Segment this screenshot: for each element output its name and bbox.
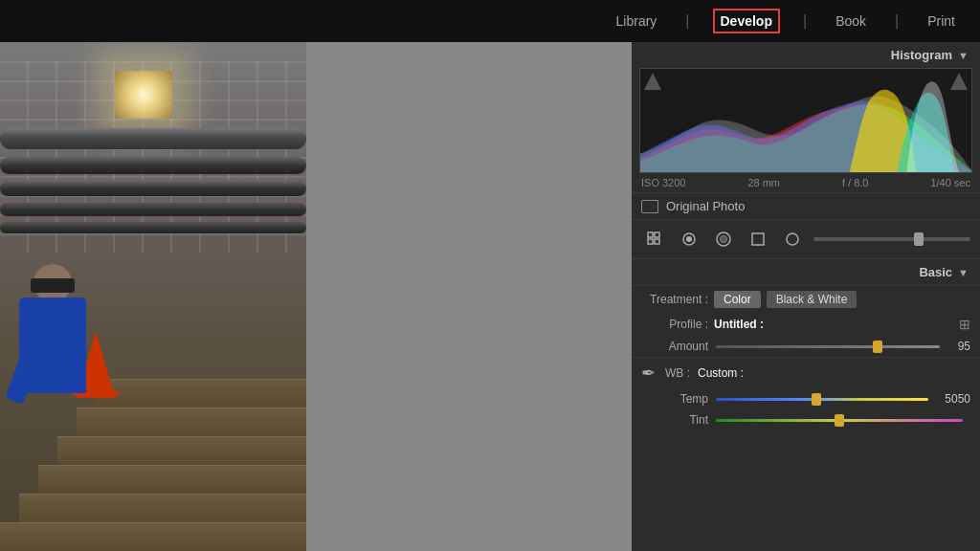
person-arm: [5, 343, 42, 404]
amount-row: Amount 95: [632, 336, 980, 357]
histogram-canvas: [639, 68, 972, 173]
nav-library[interactable]: Library: [611, 10, 663, 33]
temp-slider-thumb: [812, 393, 821, 406]
tint-label: Tint: [641, 413, 708, 427]
eyedropper-icon[interactable]: ✒: [641, 363, 656, 384]
treatment-label: Treatment :: [641, 293, 708, 306]
iso-value: ISO 3200: [641, 177, 685, 188]
profile-row: Profile : Untitled : ⊞: [632, 313, 980, 336]
profile-grid-icon[interactable]: ⊞: [959, 317, 970, 332]
nav-book[interactable]: Book: [830, 10, 872, 33]
tint-slider-thumb: [835, 414, 844, 427]
nav-sep-1: |: [685, 12, 689, 30]
amount-value[interactable]: 95: [947, 340, 970, 353]
nav-sep-3: |: [895, 12, 899, 30]
grid-tool-button[interactable]: [641, 228, 668, 251]
original-photo-icon: [641, 200, 658, 213]
profile-label: Profile :: [641, 318, 708, 331]
temp-row: Temp 5050: [632, 388, 980, 409]
wb-row: ✒ WB : Custom :: [632, 357, 980, 388]
svg-point-8: [721, 236, 727, 243]
toolbar-row: [632, 220, 980, 259]
photo-person: [10, 264, 96, 474]
temp-value[interactable]: 5050: [936, 392, 970, 406]
color-treatment-button[interactable]: Color: [714, 291, 761, 308]
rect-select-button[interactable]: [745, 228, 771, 251]
wb-value[interactable]: Custom :: [698, 366, 744, 380]
crop-tool-button[interactable]: [676, 228, 702, 251]
histogram-chart: [640, 69, 971, 172]
basic-collapse-icon[interactable]: ▼: [958, 267, 969, 278]
toolbar-slider-thumb: [914, 232, 924, 246]
basic-section-header[interactable]: Basic ▼: [632, 259, 980, 286]
histogram-title: Histogram: [891, 48, 952, 62]
person-glasses: [31, 278, 75, 293]
svg-point-10: [787, 233, 798, 245]
tint-slider[interactable]: [716, 419, 963, 422]
histogram-collapse-icon[interactable]: ▼: [958, 50, 969, 61]
nav-sep-2: |: [803, 12, 807, 30]
amount-slider[interactable]: [716, 345, 940, 348]
shutter-value: 1/40 sec: [930, 177, 970, 188]
svg-rect-9: [752, 233, 764, 245]
histogram-metadata: ISO 3200 28 mm f / 8.0 1/40 sec: [632, 173, 980, 192]
basic-title: Basic: [919, 265, 952, 279]
profile-value[interactable]: Untitled :: [714, 318, 764, 331]
svg-rect-3: [648, 239, 653, 244]
temp-label: Temp: [641, 392, 708, 406]
original-photo-label: Original Photo: [666, 199, 745, 213]
spot-heal-button[interactable]: [710, 228, 737, 251]
svg-rect-2: [655, 232, 659, 237]
right-panel: Histogram ▼: [632, 42, 980, 551]
nav-develop[interactable]: Develop: [713, 9, 780, 33]
tint-row: Tint: [632, 409, 980, 430]
svg-rect-4: [655, 239, 659, 244]
top-navigation-bar: Library | Develop | Book | Print: [0, 0, 980, 42]
amount-slider-thumb: [873, 341, 882, 353]
svg-rect-1: [648, 232, 653, 237]
bw-treatment-button[interactable]: Black & White: [767, 291, 858, 308]
photo-pipes: [0, 119, 306, 243]
toolbar-slider[interactable]: [813, 237, 970, 241]
focal-value: 28 mm: [747, 177, 780, 188]
treatment-row: Treatment : Color Black & White: [632, 286, 980, 313]
amount-label: Amount: [641, 340, 708, 353]
svg-point-6: [686, 236, 692, 242]
histogram-header: Histogram ▼: [632, 42, 980, 68]
circle-select-button[interactable]: [779, 228, 806, 251]
person-body: [19, 298, 86, 393]
photo-container: [0, 42, 632, 551]
original-photo-row[interactable]: Original Photo: [632, 192, 980, 220]
nav-print[interactable]: Print: [922, 10, 961, 33]
main-content: Histogram ▼: [0, 42, 980, 551]
photo-image[interactable]: [0, 42, 306, 551]
photo-gray-area: [306, 42, 632, 551]
photo-light: [115, 71, 172, 119]
wb-label: WB :: [665, 366, 690, 380]
photo-viewing-area: [0, 42, 632, 551]
temp-slider[interactable]: [716, 398, 928, 401]
aperture-value: f / 8.0: [842, 177, 869, 188]
